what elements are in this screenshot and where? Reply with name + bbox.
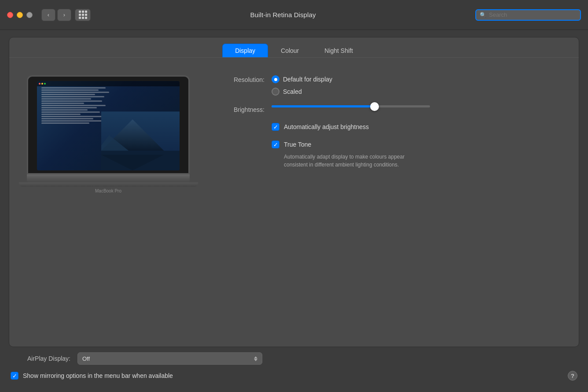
screen-dot-red: [39, 83, 40, 85]
resolution-label: Resolution:: [216, 75, 265, 83]
tab-colour[interactable]: Colour: [268, 44, 312, 57]
search-input[interactable]: [489, 11, 577, 18]
mirror-check-icon: ✓: [12, 373, 17, 379]
panel-container: Display Colour Night Shift: [9, 37, 579, 347]
macbook-base: [27, 174, 190, 182]
true-tone-controls: ✓ True Tone Automatically adapt display …: [272, 141, 425, 169]
forward-button[interactable]: ›: [57, 9, 71, 21]
brightness-fill: [272, 105, 375, 107]
true-tone-checkbox[interactable]: ✓: [272, 141, 279, 148]
mirror-option[interactable]: ✓ Show mirroring options in the menu bar…: [11, 372, 173, 380]
window-title: Built-in Retina Display: [91, 11, 475, 18]
search-icon: 🔍: [480, 12, 486, 18]
resolution-default[interactable]: Default for display: [272, 75, 332, 83]
tab-display[interactable]: Display: [222, 44, 268, 57]
brightness-slider[interactable]: [272, 105, 430, 107]
auto-brightness-row: ✓ Automatically adjust brightness: [216, 123, 561, 131]
airplay-row: AirPlay Display: Off: [9, 352, 579, 365]
resolution-controls: Default for display Scaled: [272, 75, 332, 96]
grid-icon: [79, 11, 87, 19]
resolution-scaled-label: Scaled: [283, 88, 302, 95]
auto-brightness-label: Automatically adjust brightness: [284, 123, 369, 130]
brightness-label: Brightness:: [216, 105, 265, 113]
tab-night-shift[interactable]: Night Shift: [312, 44, 366, 57]
true-tone-check-icon: ✓: [273, 142, 278, 148]
airplay-select[interactable]: Off: [77, 352, 262, 365]
auto-brightness-checkbox-row[interactable]: ✓ Automatically adjust brightness: [272, 123, 369, 131]
airplay-label: AirPlay Display:: [9, 355, 70, 362]
radio-default[interactable]: [272, 75, 279, 83]
radio-scaled[interactable]: [272, 88, 279, 96]
display-panel: MacBook Pro Resolution: Default for disp…: [9, 58, 579, 347]
airplay-value: Off: [82, 355, 90, 362]
screen-mountain: [101, 104, 180, 170]
resolution-scaled[interactable]: Scaled: [272, 88, 332, 96]
mirror-label: Show mirroring options in the menu bar w…: [23, 372, 173, 379]
resolution-row: Resolution: Default for display Scaled: [216, 75, 561, 96]
mirror-checkbox[interactable]: ✓: [11, 372, 18, 380]
brightness-row: Brightness:: [216, 105, 561, 113]
titlebar: ‹ › Built-in Retina Display 🔍: [0, 0, 588, 30]
mac-preview: MacBook Pro: [27, 75, 190, 193]
close-button[interactable]: [7, 12, 13, 18]
main-content: Display Colour Night Shift: [0, 30, 588, 392]
brightness-control: [272, 105, 430, 107]
macbook-foot: [19, 182, 198, 187]
nav-buttons: ‹ ›: [41, 9, 71, 21]
back-button[interactable]: ‹: [41, 9, 55, 21]
minimize-button[interactable]: [17, 12, 23, 18]
grid-view-button[interactable]: [75, 9, 91, 21]
tabs-row: Display Colour Night Shift: [9, 37, 579, 57]
traffic-lights: [7, 12, 33, 18]
chevron-down-icon: [254, 359, 257, 361]
resolution-default-label: Default for display: [283, 76, 332, 83]
auto-brightness-checkbox[interactable]: ✓: [272, 123, 279, 131]
screen-dot-yellow: [41, 83, 43, 85]
settings-area: Resolution: Default for display Scaled: [216, 71, 561, 169]
brightness-thumb[interactable]: [370, 102, 379, 111]
true-tone-row: ✓ True Tone Automatically adapt display …: [216, 141, 561, 169]
macbook-screen-outer: [27, 75, 190, 174]
true-tone-label: True Tone: [284, 141, 311, 148]
search-box[interactable]: 🔍: [475, 9, 581, 21]
chevron-up-icon: [254, 356, 257, 359]
help-button[interactable]: ?: [568, 371, 577, 381]
screen-menubar: [37, 81, 180, 86]
macbook-screen: [37, 81, 180, 170]
select-arrows-icon: [254, 356, 257, 361]
macbook-wrapper: [27, 75, 190, 187]
maximize-button[interactable]: [26, 12, 33, 18]
checkbox-check-icon: ✓: [273, 124, 278, 130]
bottom-checkbox-row: ✓ Show mirroring options in the menu bar…: [9, 371, 579, 381]
screen-dot-green: [44, 83, 46, 85]
bottom-area: AirPlay Display: Off ✓ Show mirroring op…: [9, 352, 579, 383]
macbook-label: MacBook Pro: [95, 189, 121, 193]
true-tone-description: Automatically adapt display to make colo…: [284, 153, 425, 169]
true-tone-checkbox-row[interactable]: ✓ True Tone: [272, 141, 425, 148]
